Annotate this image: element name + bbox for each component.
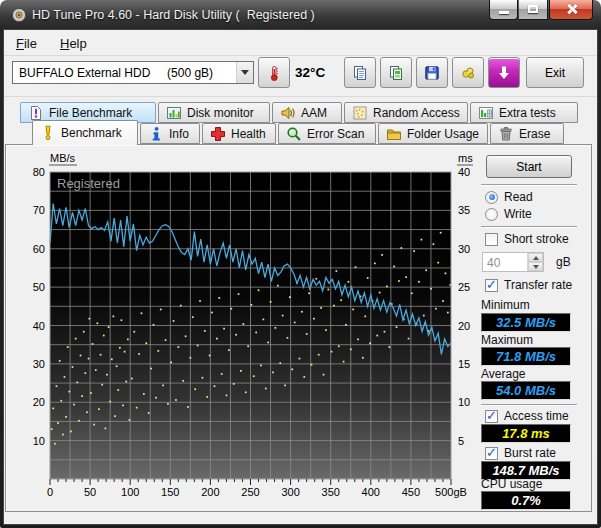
tools-icon	[460, 65, 476, 81]
file-menu[interactable]: File	[10, 34, 43, 53]
maximum-value: 71.8 MB/s	[481, 347, 571, 366]
tab-error-scan[interactable]: Error Scan	[278, 123, 376, 144]
short-stroke-label: Short stroke	[504, 232, 569, 246]
tab-health[interactable]: Health	[202, 123, 276, 144]
short-stroke-value: 40	[483, 253, 527, 271]
temperature-button[interactable]	[258, 57, 290, 88]
svg-text:35: 35	[458, 204, 470, 216]
copy-icon	[352, 65, 368, 81]
radio-icon	[485, 208, 498, 221]
svg-text:30: 30	[33, 358, 45, 370]
svg-text:300: 300	[281, 486, 299, 498]
svg-text:400: 400	[362, 486, 380, 498]
burst-rate-checkbox[interactable]: Burst rate	[485, 446, 556, 460]
tools-button[interactable]	[452, 57, 484, 88]
read-label: Read	[504, 190, 533, 204]
spin-down-button[interactable]	[528, 262, 543, 271]
download-button[interactable]	[488, 57, 520, 88]
svg-text:50: 50	[33, 281, 45, 293]
help-menu[interactable]: Help	[54, 34, 93, 53]
svg-text:10: 10	[33, 435, 45, 447]
svg-text:60: 60	[33, 243, 45, 255]
tab-folder-usage[interactable]: Folder Usage	[378, 123, 488, 144]
svg-text:10: 10	[458, 396, 470, 408]
svg-text:500gB: 500gB	[435, 486, 467, 498]
read-radio[interactable]: Read	[485, 190, 533, 204]
svg-text:20: 20	[33, 396, 45, 408]
separator	[481, 184, 577, 186]
tab-label: Disk monitor	[187, 106, 254, 120]
tab-erase[interactable]: Erase	[490, 123, 564, 144]
maximum-label: Maximum	[481, 333, 533, 347]
hd-tune-logo-icon	[11, 7, 27, 23]
maximize-button[interactable]	[519, 0, 548, 20]
info-icon	[148, 126, 164, 142]
tab-benchmark[interactable]: Benchmark	[32, 120, 138, 145]
burst-rate-label: Burst rate	[504, 446, 556, 460]
short-stroke-unit: gB	[556, 255, 571, 269]
close-button[interactable]	[549, 0, 593, 20]
tab-label: Extra tests	[499, 106, 556, 120]
random-access-icon	[352, 105, 368, 121]
close-icon	[566, 3, 578, 15]
window-title: HD Tune Pro 4.60 - Hard Disk Utility ( R…	[32, 8, 315, 22]
short-stroke-checkbox[interactable]: Short stroke	[485, 232, 569, 246]
speaker-icon	[280, 105, 296, 121]
benchmark-chart: Registered050100150200250300350400450500…	[24, 148, 478, 510]
svg-text:50: 50	[84, 486, 96, 498]
average-label: Average	[481, 367, 525, 381]
health-cross-icon	[210, 126, 226, 142]
copy-button[interactable]	[344, 57, 376, 88]
minimize-icon	[499, 11, 509, 14]
tab-extra-tests[interactable]: Extra tests	[470, 102, 578, 123]
transfer-rate-checkbox[interactable]: Transfer rate	[485, 278, 572, 292]
tab-label: Error Scan	[307, 127, 364, 141]
title-bar[interactable]: HD Tune Pro 4.60 - Hard Disk Utility ( R…	[0, 0, 601, 30]
access-time-value: 17.8 ms	[481, 424, 571, 443]
write-label: Write	[504, 207, 532, 221]
svg-text:30: 30	[458, 243, 470, 255]
drive-select-dropdown[interactable]: BUFFALO External HDD (500 gB)	[12, 61, 254, 84]
tab-aam[interactable]: AAM	[272, 102, 342, 123]
transfer-rate-label: Transfer rate	[504, 278, 572, 292]
menu-separator	[4, 55, 597, 56]
svg-text:5: 5	[458, 435, 464, 447]
exit-button[interactable]: Exit	[526, 57, 584, 88]
minimum-label: Minimum	[481, 298, 530, 312]
separator	[481, 226, 577, 228]
copy-image-button[interactable]	[380, 57, 412, 88]
tab-label: Erase	[519, 127, 550, 141]
app-window: HD Tune Pro 4.60 - Hard Disk Utility ( R…	[0, 0, 601, 528]
svg-text:15: 15	[458, 358, 470, 370]
svg-text:40: 40	[458, 166, 470, 178]
minimize-button[interactable]	[489, 0, 518, 20]
svg-text:20: 20	[458, 320, 470, 332]
access-time-checkbox[interactable]: Access time	[485, 409, 569, 423]
checkbox-icon	[485, 410, 498, 423]
svg-text:0: 0	[47, 486, 53, 498]
drive-select-value: BUFFALO External HDD (500 gB)	[13, 66, 236, 80]
tab-random-access[interactable]: Random Access	[344, 102, 468, 123]
trash-icon	[498, 126, 514, 142]
save-button[interactable]	[416, 57, 448, 88]
svg-text:450: 450	[402, 486, 420, 498]
tab-label: Health	[231, 127, 266, 141]
thermometer-icon	[266, 65, 282, 81]
tab-disk-monitor[interactable]: Disk monitor	[158, 102, 270, 123]
svg-text:40: 40	[33, 320, 45, 332]
start-button[interactable]: Start	[486, 155, 572, 178]
maximize-icon	[528, 5, 538, 13]
spin-up-button[interactable]	[528, 253, 543, 262]
checkbox-icon	[485, 447, 498, 460]
tab-label: File Benchmark	[49, 106, 132, 120]
disk-monitor-icon	[166, 105, 182, 121]
tab-info[interactable]: Info	[140, 123, 200, 144]
svg-text:200: 200	[201, 486, 219, 498]
short-stroke-input[interactable]: 40	[482, 252, 544, 272]
toolbar-separator	[4, 96, 597, 97]
svg-text:25: 25	[458, 281, 470, 293]
exclamation-icon	[40, 125, 56, 141]
checkbox-icon	[485, 233, 498, 246]
extra-tests-icon	[478, 105, 494, 121]
write-radio[interactable]: Write	[485, 207, 532, 221]
